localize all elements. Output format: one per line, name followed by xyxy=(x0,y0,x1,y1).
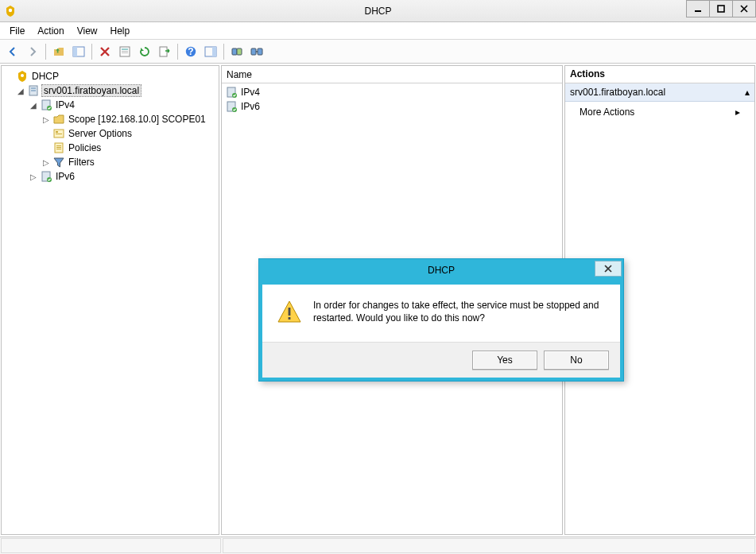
svg-rect-4 xyxy=(73,47,77,56)
status-cell xyxy=(1,538,221,553)
svg-point-0 xyxy=(9,8,12,11)
toolbar-separator xyxy=(91,44,92,60)
window-title: DHCP xyxy=(0,6,756,17)
dialog-body: In order for changes to take effect, the… xyxy=(262,285,620,342)
help-button[interactable]: ? xyxy=(181,42,200,61)
svg-rect-25 xyxy=(56,131,58,133)
options-icon xyxy=(52,127,65,140)
tree-label: srv001.firatboyan.local xyxy=(41,84,142,97)
no-button[interactable]: No xyxy=(544,351,609,370)
tree-pane: DHCP ◢ srv001.firatboyan.local ◢ IPv4 ▷ … xyxy=(1,65,219,535)
toolbar-separator xyxy=(177,44,178,60)
dialog-title: DHCP xyxy=(428,265,455,276)
list-row[interactable]: IPv6 xyxy=(225,99,559,114)
menu-file[interactable]: File xyxy=(3,24,31,38)
tree-node-server-options[interactable]: Server Options xyxy=(3,126,217,141)
toolbar-separator xyxy=(223,44,224,60)
tree-node-server[interactable]: ◢ srv001.firatboyan.local xyxy=(3,83,217,98)
expander-expand-icon[interactable]: ▷ xyxy=(41,115,51,124)
tree-label: Policies xyxy=(67,142,103,153)
tree: DHCP ◢ srv001.firatboyan.local ◢ IPv4 ▷ … xyxy=(2,66,219,187)
dialog-close-button[interactable] xyxy=(595,261,622,277)
filter-icon xyxy=(52,156,65,169)
show-hide-action-pane-button[interactable] xyxy=(201,42,220,61)
actions-header: Actions xyxy=(565,66,754,83)
warning-icon xyxy=(277,299,302,324)
svg-rect-2 xyxy=(718,6,724,12)
menu-bar: File Action View Help xyxy=(0,22,756,40)
expander-expand-icon[interactable]: ▷ xyxy=(41,158,51,167)
toolbar: ? xyxy=(0,40,756,64)
export-list-button[interactable] xyxy=(155,42,174,61)
tree-node-filters[interactable]: ▷ Filters xyxy=(3,155,217,169)
dialog-frame: In order for changes to take effect, the… xyxy=(259,281,623,381)
svg-rect-29 xyxy=(56,147,61,148)
menu-view[interactable]: View xyxy=(71,24,104,38)
tree-node-ipv6[interactable]: ▷ IPv6 xyxy=(3,169,217,184)
svg-rect-14 xyxy=(232,48,237,55)
add-remove-bindings-button[interactable] xyxy=(247,42,266,61)
svg-rect-26 xyxy=(56,134,62,134)
delete-button[interactable] xyxy=(95,42,114,61)
tree-label: Scope [192.168.10.0] SCOPE01 xyxy=(67,114,207,125)
forward-button[interactable] xyxy=(23,42,42,61)
tree-label: DHCP xyxy=(30,71,60,82)
actions-more[interactable]: More Actions ▸ xyxy=(565,102,754,122)
list-header-name[interactable]: Name xyxy=(222,66,562,83)
dialog-button-row: Yes No xyxy=(262,342,620,378)
dialog-dhcp-restart: DHCP In order for changes to take effect… xyxy=(258,258,624,382)
list-body: IPv4 IPv6 xyxy=(222,83,562,115)
yes-button[interactable]: Yes xyxy=(472,351,537,370)
server-icon xyxy=(27,84,40,97)
tree-node-ipv4[interactable]: ◢ IPv4 xyxy=(3,98,217,112)
svg-rect-38 xyxy=(289,317,291,320)
svg-rect-21 xyxy=(31,90,36,91)
maximize-button[interactable] xyxy=(709,0,733,17)
show-hide-tree-button[interactable] xyxy=(69,42,88,61)
app-icon xyxy=(5,5,17,17)
manage-authorized-servers-button[interactable] xyxy=(227,42,246,61)
dialog-message: In order for changes to take effect, the… xyxy=(313,299,606,324)
actions-more-label: More Actions xyxy=(580,107,634,118)
refresh-button[interactable] xyxy=(135,42,154,61)
status-bar xyxy=(0,537,756,554)
expander-collapse-icon[interactable]: ◢ xyxy=(29,101,38,110)
svg-rect-15 xyxy=(237,48,242,55)
chevron-right-icon: ▸ xyxy=(735,107,740,118)
ipv6-icon xyxy=(225,100,238,113)
svg-rect-37 xyxy=(289,308,291,316)
folder-icon xyxy=(52,113,65,126)
minimize-button[interactable] xyxy=(686,0,710,17)
svg-rect-7 xyxy=(122,51,128,52)
dhcp-icon xyxy=(16,70,29,83)
svg-rect-1 xyxy=(695,10,701,12)
actions-group-label: srv001.firatboyan.local xyxy=(570,87,665,98)
svg-rect-20 xyxy=(31,87,36,89)
properties-button[interactable] xyxy=(115,42,134,61)
svg-rect-30 xyxy=(56,149,61,149)
tree-node-dhcp-root[interactable]: DHCP xyxy=(3,69,217,83)
policies-icon xyxy=(52,141,65,154)
expander-collapse-icon[interactable]: ◢ xyxy=(16,87,25,95)
close-button[interactable] xyxy=(732,0,756,17)
ipv4-icon xyxy=(40,99,52,111)
menu-help[interactable]: Help xyxy=(104,24,137,38)
collapse-icon[interactable]: ▴ xyxy=(745,87,750,98)
tree-label: IPv4 xyxy=(54,99,76,110)
tree-node-scope[interactable]: ▷ Scope [192.168.10.0] SCOPE01 xyxy=(3,112,217,126)
tree-label: IPv6 xyxy=(54,171,76,182)
status-cell xyxy=(223,538,755,553)
menu-action[interactable]: Action xyxy=(31,24,70,38)
up-button[interactable] xyxy=(49,42,68,61)
expander-expand-icon[interactable]: ▷ xyxy=(29,172,38,181)
svg-text:?: ? xyxy=(188,46,193,57)
back-button[interactable] xyxy=(3,42,22,61)
title-bar: DHCP xyxy=(0,0,756,22)
dialog-title-bar: DHCP xyxy=(259,259,623,281)
tree-node-policies[interactable]: Policies xyxy=(3,141,217,155)
actions-group[interactable]: srv001.firatboyan.local ▴ xyxy=(565,83,754,102)
svg-rect-28 xyxy=(56,145,61,146)
list-row[interactable]: IPv4 xyxy=(225,85,559,99)
tree-label: Filters xyxy=(67,157,96,168)
list-cell: IPv4 xyxy=(241,87,260,98)
